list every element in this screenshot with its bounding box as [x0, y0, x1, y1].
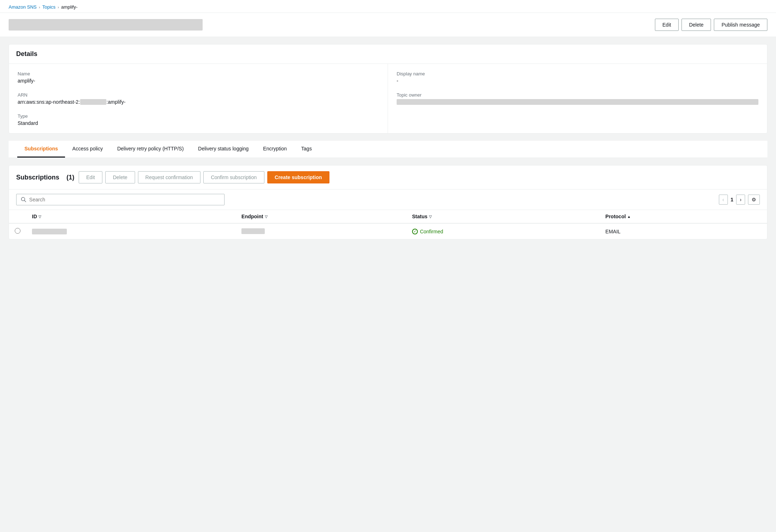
breadcrumb-sep-1: › [39, 5, 40, 9]
table-header: ID ▽ Endpoint ▽ Status ▽ [9, 210, 767, 223]
col-sort-protocol[interactable]: Protocol ▲ [605, 214, 631, 219]
subscriptions-header: Subscriptions (1) Edit Delete Request co… [9, 165, 767, 190]
edit-button[interactable]: Edit [655, 19, 679, 31]
search-container: ‹ 1 › ⚙ [9, 190, 767, 210]
details-card-header: Details [9, 45, 767, 64]
page-title: amplify- [9, 19, 203, 31]
pagination-prev-button[interactable]: ‹ [719, 195, 728, 205]
col-sort-status[interactable]: Status ▽ [412, 214, 432, 219]
tab-delivery-status-logging[interactable]: Delivery status logging [191, 141, 256, 158]
page-number: 1 [731, 197, 734, 202]
details-right-col: Display name - Topic owner [388, 64, 767, 133]
breadcrumb: Amazon SNS › Topics › amplify- [0, 0, 776, 13]
table-settings-button[interactable]: ⚙ [748, 195, 760, 205]
row-protocol-value: EMAIL [605, 229, 620, 234]
subscription-id-link[interactable]: subscriptions id [32, 229, 67, 234]
header-action-buttons: Edit Delete Publish message [655, 19, 767, 31]
sort-icon-id: ▽ [38, 215, 41, 219]
subscriptions-count: (1) [66, 174, 74, 181]
detail-topic-owner-value [397, 99, 758, 105]
confirmed-icon: ✓ [412, 229, 418, 234]
tab-delivery-retry-policy[interactable]: Delivery retry policy (HTTP/S) [110, 141, 191, 158]
detail-topic-owner: Topic owner [397, 92, 758, 105]
confirm-subscription-button[interactable]: Confirm subscription [203, 171, 264, 183]
row-radio[interactable] [15, 228, 20, 234]
details-title: Details [16, 50, 760, 58]
col-sort-endpoint[interactable]: Endpoint ▽ [241, 214, 268, 219]
tab-subscriptions[interactable]: Subscriptions [17, 141, 65, 158]
tab-access-policy[interactable]: Access policy [65, 141, 110, 158]
tab-encryption[interactable]: Encryption [256, 141, 294, 158]
subscriptions-title: Subscriptions [16, 174, 59, 181]
row-id-cell: subscriptions id [26, 223, 236, 239]
row-protocol-cell: EMAIL [600, 223, 767, 239]
subscriptions-table: ID ▽ Endpoint ▽ Status ▽ [9, 210, 767, 239]
breadcrumb-sep-2: › [58, 5, 59, 9]
tabs-container: Subscriptions Access policy Delivery ret… [9, 141, 767, 158]
detail-name-label: Name [18, 71, 379, 76]
arn-account [80, 99, 107, 105]
subscriptions-delete-button[interactable]: Delete [105, 171, 135, 183]
details-left-col: Name amplify- ARN arn:aws:sns:ap-northea… [9, 64, 388, 133]
request-confirmation-button[interactable]: Request confirmation [138, 171, 200, 183]
row-status-cell: ✓ Confirmed [406, 223, 600, 239]
tab-tags[interactable]: Tags [294, 141, 319, 158]
table-col-status: Status ▽ [406, 210, 600, 223]
detail-type-label: Type [18, 113, 379, 119]
create-subscription-button[interactable]: Create subscription [267, 171, 329, 183]
sort-icon-endpoint: ▽ [265, 215, 268, 219]
subscriptions-edit-button[interactable]: Edit [79, 171, 102, 183]
search-input-wrap [16, 194, 225, 205]
status-confirmed-badge: ✓ Confirmed [412, 229, 594, 234]
pagination-next-button[interactable]: › [736, 195, 745, 205]
details-grid: Name amplify- ARN arn:aws:sns:ap-northea… [9, 64, 767, 133]
detail-arn: ARN arn:aws:sns:ap-northeast-2: :amplify… [18, 92, 379, 105]
search-input[interactable] [29, 197, 220, 202]
detail-display-name: Display name - [397, 71, 758, 84]
status-label: Confirmed [420, 229, 443, 234]
breadcrumb-topics-link[interactable]: Topics [42, 4, 56, 10]
table-col-endpoint: Endpoint ▽ [236, 210, 406, 223]
details-card: Details Name amplify- ARN arn:aws:sns:ap… [9, 44, 767, 134]
table-row: subscriptions id 구독 email ✓ Confirmed EM… [9, 223, 767, 239]
row-select-cell [9, 223, 26, 239]
publish-message-button[interactable]: Publish message [714, 19, 767, 31]
detail-arn-value: arn:aws:sns:ap-northeast-2: :amplify- [18, 99, 379, 105]
tabs: Subscriptions Access policy Delivery ret… [9, 141, 767, 158]
breadcrumb-sns-link[interactable]: Amazon SNS [9, 4, 37, 10]
arn-prefix: arn:aws:sns:ap-northeast-2: [18, 99, 80, 105]
svg-line-1 [24, 200, 26, 202]
sort-icon-status: ▽ [429, 215, 432, 219]
detail-display-name-value: - [397, 78, 758, 84]
detail-name-value: amplify- [18, 78, 379, 84]
detail-topic-owner-label: Topic owner [397, 92, 758, 98]
subscriptions-card: Subscriptions (1) Edit Delete Request co… [9, 165, 767, 239]
sort-icon-protocol: ▲ [627, 215, 631, 219]
detail-display-name-label: Display name [397, 71, 758, 76]
detail-type-value: Standard [18, 120, 379, 126]
page-header: amplify- Edit Delete Publish message [0, 13, 776, 37]
detail-arn-label: ARN [18, 92, 379, 98]
pagination-controls: ‹ 1 › ⚙ [719, 195, 760, 205]
detail-name: Name amplify- [18, 71, 379, 84]
table-body: subscriptions id 구독 email ✓ Confirmed EM… [9, 223, 767, 239]
table-col-id: ID ▽ [26, 210, 236, 223]
main-content: Details Name amplify- ARN arn:aws:sns:ap… [0, 37, 776, 247]
detail-type: Type Standard [18, 113, 379, 126]
arn-suffix: :amplify- [106, 99, 125, 105]
table-col-select [9, 210, 26, 223]
search-icon [21, 197, 26, 202]
col-sort-id[interactable]: ID ▽ [32, 214, 41, 219]
row-endpoint-cell: 구독 email [236, 223, 406, 239]
breadcrumb-current: amplify- [61, 4, 78, 10]
row-endpoint-value: 구독 email [241, 228, 265, 234]
table-col-protocol: Protocol ▲ [600, 210, 767, 223]
delete-button[interactable]: Delete [682, 19, 711, 31]
subscriptions-actions: Edit Delete Request confirmation Confirm… [79, 171, 760, 183]
